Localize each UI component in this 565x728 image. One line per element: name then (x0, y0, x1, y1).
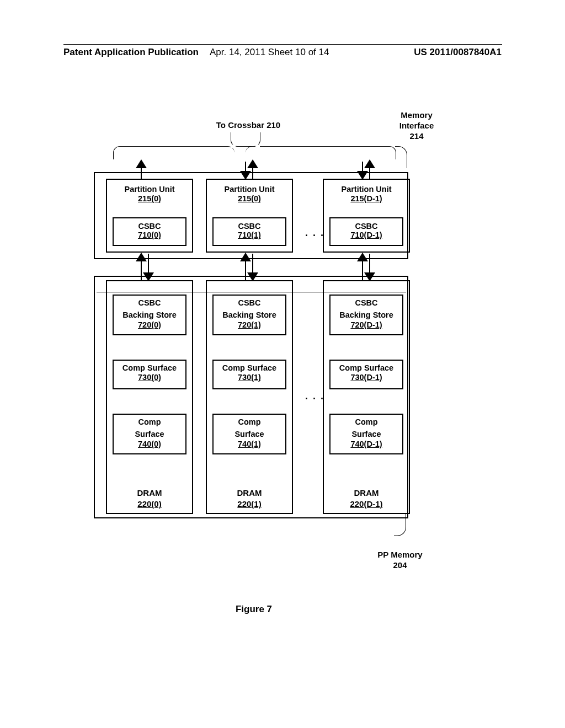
comp-surface-0: Comp Surface 730(0) (113, 360, 186, 389)
partition-unit-0: Partition Unit 215(0) CSBC 710(0) (106, 179, 193, 253)
surface-id: 730(0) (114, 373, 185, 382)
csbc-backing-0: CSBC Backing Store 720(0) (113, 295, 186, 335)
comp-surface-1: Comp Surface 730(1) (212, 360, 286, 389)
backing-line1: CSBC (214, 298, 285, 308)
partition-unit-id: 215(0) (207, 194, 292, 203)
brace-segment (246, 146, 396, 159)
header-right: US 2011/0087840A1 (414, 47, 502, 58)
surface2-line2: Surface (114, 430, 185, 439)
pp-memory-line1: PP Memory (377, 550, 422, 559)
csbc-label: CSBC (331, 222, 402, 231)
csbc-label: CSBC (114, 222, 185, 231)
backing-id: 720(D-1) (331, 320, 402, 329)
figure-label: Figure 7 (221, 604, 287, 615)
partition-unit-label: Partition Unit (324, 184, 409, 194)
csbc-d1: CSBC 710(D-1) (329, 217, 403, 246)
surface2-line1: Comp (114, 417, 185, 427)
brace-mask (231, 144, 236, 148)
surface-label: Comp Surface (331, 363, 402, 373)
csbc-label: CSBC (214, 222, 285, 231)
mem-iface-line1: Memory (401, 110, 433, 120)
surface-id: 730(1) (214, 373, 285, 382)
dram-id: 220(0) (107, 499, 192, 508)
csbc-id: 710(1) (214, 231, 285, 239)
csbc-id: 710(D-1) (331, 231, 402, 239)
brace-segment (113, 146, 234, 159)
csbc-id: 710(0) (114, 231, 185, 239)
surface2-id: 740(1) (214, 440, 285, 448)
surface-label: Comp Surface (114, 363, 185, 373)
mem-iface-line3: 214 (409, 131, 423, 141)
backing-line2: Backing Store (331, 311, 402, 320)
comp-surface2-1: Comp Surface 740(1) (212, 414, 286, 454)
dram-label: DRAM (207, 488, 292, 497)
surface2-line2: Surface (214, 430, 285, 439)
dram-1: CSBC Backing Store 720(1) Comp Surface 7… (206, 280, 293, 514)
csbc-backing-d1: CSBC Backing Store 720(D-1) (329, 295, 403, 335)
memory-interface-label: Memory Interface 214 (386, 110, 447, 141)
surface2-id: 740(D-1) (331, 440, 402, 448)
csbc-0: CSBC 710(0) (113, 217, 186, 246)
backing-line1: CSBC (331, 298, 402, 308)
partition-unit-label: Partition Unit (207, 184, 292, 194)
partition-unit-1: Partition Unit 215(0) CSBC 710(1) (206, 179, 293, 253)
page: Patent Application Publication Apr. 14, … (0, 0, 565, 728)
ellipsis-lower: . . . (305, 390, 324, 402)
partition-unit-label: Partition Unit (107, 184, 192, 194)
comp-surface2-d1: Comp Surface 740(D-1) (329, 414, 403, 454)
dram-label: DRAM (324, 488, 409, 497)
surface-label: Comp Surface (214, 363, 285, 373)
dram-id: 220(D-1) (324, 499, 409, 508)
backing-id: 720(1) (214, 320, 285, 329)
header-rule (63, 44, 502, 45)
header-mid: Apr. 14, 2011 Sheet 10 of 14 (210, 47, 329, 58)
header-left: Patent Application Publication (63, 47, 199, 58)
partition-unit-id: 215(0) (107, 194, 192, 203)
dram-d1: CSBC Backing Store 720(D-1) Comp Surface… (323, 280, 410, 514)
backing-line2: Backing Store (114, 311, 185, 320)
brace-mask (255, 144, 260, 148)
surface2-line1: Comp (331, 417, 402, 427)
csbc-backing-1: CSBC Backing Store 720(1) (212, 295, 286, 335)
pp-memory-label: PP Memory 204 (367, 550, 433, 571)
backing-line2: Backing Store (214, 311, 285, 320)
comp-surface-d1: Comp Surface 730(D-1) (329, 360, 403, 389)
surface2-line2: Surface (331, 430, 402, 439)
partition-unit-d1: Partition Unit 215(D-1) CSBC 710(D-1) (323, 179, 410, 253)
partition-unit-id: 215(D-1) (324, 194, 409, 203)
surface2-line1: Comp (214, 417, 285, 427)
dram-label: DRAM (107, 488, 192, 497)
ellipsis-upper: . . . (305, 227, 324, 239)
pp-memory-hook (394, 513, 406, 536)
backing-line1: CSBC (114, 298, 185, 308)
dram-id: 220(1) (207, 499, 292, 508)
backing-id: 720(0) (114, 320, 185, 329)
dram-0: CSBC Backing Store 720(0) Comp Surface 7… (106, 280, 193, 514)
surface-id: 730(D-1) (331, 373, 402, 382)
mem-iface-hook (395, 146, 407, 168)
surface2-id: 740(0) (114, 440, 185, 448)
csbc-1: CSBC 710(1) (212, 217, 286, 246)
pp-memory-line2: 204 (393, 560, 407, 570)
mem-iface-line2: Interface (399, 121, 434, 130)
comp-surface2-0: Comp Surface 740(0) (113, 414, 186, 454)
crossbar-label: To Crossbar 210 (201, 120, 295, 130)
